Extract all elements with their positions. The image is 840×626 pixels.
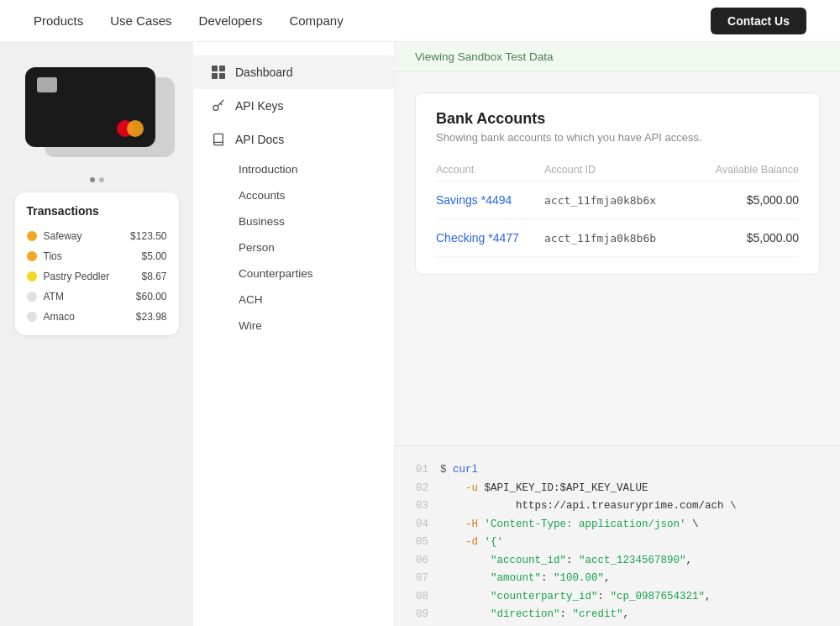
transaction-amount: $5.00 — [141, 250, 166, 262]
nav-products[interactable]: Products — [34, 13, 83, 28]
transaction-dot — [27, 312, 37, 322]
sidebar-item-api-keys[interactable]: API Keys — [193, 89, 394, 123]
card-indicators — [90, 177, 104, 182]
transaction-amount: $60.00 — [136, 291, 167, 302]
content-area: Viewing Sandbox Test Data Bank Accounts … — [395, 42, 840, 626]
nav-links: Products Use Cases Developers Company — [34, 13, 344, 28]
account-link-checking[interactable]: Checking *4477 — [436, 231, 519, 245]
transaction-name: Tios — [44, 250, 62, 262]
balance-checking: $5,000.00 — [690, 219, 799, 257]
bank-accounts-title: Bank Accounts — [436, 110, 799, 128]
transaction-amount: $8.67 — [141, 271, 166, 282]
sidebar-item-wire[interactable]: Wire — [193, 313, 394, 339]
phone-panel: Transactions Safeway $123.50 Tios $5.00 — [0, 42, 193, 626]
transaction-name: Amaco — [44, 311, 75, 323]
col-account-id: Account ID — [544, 159, 690, 181]
book-icon — [210, 131, 227, 148]
account-id-checking: acct_11fmja0k8b6b — [544, 232, 656, 245]
transaction-name: Safeway — [44, 230, 82, 242]
sidebar-label-dashboard: Dashboard — [235, 66, 293, 79]
transactions-title: Transactions — [27, 204, 167, 218]
account-id-savings: acct_11fmja0k8b6x — [544, 194, 656, 207]
code-block: 01 02 03 04 05 06 07 08 09 10 11 $ curl … — [395, 445, 840, 626]
card-chip — [37, 77, 57, 92]
grid-icon — [210, 64, 227, 81]
list-item: Tios $5.00 — [27, 246, 167, 266]
card-logos — [37, 120, 144, 137]
transaction-dot — [27, 251, 37, 261]
transaction-name: Pastry Peddler — [44, 271, 110, 282]
transaction-dot — [27, 292, 37, 302]
card-front — [25, 67, 155, 147]
sidebar-item-person[interactable]: Person — [193, 234, 394, 260]
contact-button[interactable]: Contact Us — [711, 8, 806, 34]
nav-developers[interactable]: Developers — [199, 13, 263, 28]
sidebar-label-api-keys: API Keys — [235, 99, 284, 113]
indicator-dot-1 — [90, 177, 95, 182]
transaction-dot — [27, 231, 37, 241]
list-item: Pastry Peddler $8.67 — [27, 266, 167, 287]
sidebar-item-accounts[interactable]: Accounts — [193, 182, 394, 208]
bank-accounts-card: Bank Accounts Showing bank accounts to w… — [415, 92, 820, 275]
sidebar-item-counterparties[interactable]: Counterparties — [193, 260, 394, 287]
transaction-amount: $23.98 — [136, 311, 167, 323]
svg-point-0 — [213, 105, 218, 110]
indicator-dot-2 — [99, 177, 104, 182]
nav-use-cases[interactable]: Use Cases — [110, 13, 171, 28]
transaction-dot — [27, 271, 37, 281]
card-stack — [25, 67, 168, 160]
transaction-amount: $123.50 — [130, 230, 166, 242]
sidebar-item-dashboard[interactable]: Dashboard — [193, 55, 394, 89]
col-account: Account — [436, 159, 544, 181]
col-balance: Available Balance — [690, 159, 799, 181]
balance-savings: $5,000.00 — [690, 181, 799, 219]
code-text: $ curl -u $API_KEY_ID:$API_KEY_VALUE htt… — [440, 461, 737, 626]
list-item: Amaco $23.98 — [27, 307, 167, 327]
table-row: Savings *4494 acct_11fmja0k8b6x $5,000.0… — [436, 181, 799, 219]
content-scroll: Viewing Sandbox Test Data Bank Accounts … — [395, 42, 840, 445]
key-icon — [210, 97, 227, 114]
list-item: ATM $60.00 — [27, 287, 167, 307]
code-content-row: 01 02 03 04 05 06 07 08 09 10 11 $ curl … — [395, 461, 840, 626]
sidebar-label-api-docs: API Docs — [235, 133, 284, 146]
sidebar-main-section: Dashboard API Keys — [193, 55, 394, 339]
navbar: Products Use Cases Developers Company Co… — [0, 0, 840, 42]
transactions-panel: Transactions Safeway $123.50 Tios $5.00 — [15, 192, 179, 335]
line-numbers: 01 02 03 04 05 06 07 08 09 10 11 — [405, 461, 428, 626]
sidebar: Dashboard API Keys — [193, 42, 395, 626]
table-row: Checking *4477 acct_11fmja0k8b6b $5,000.… — [436, 219, 799, 257]
transaction-name: ATM — [44, 291, 64, 302]
account-link-savings[interactable]: Savings *4494 — [436, 193, 512, 207]
nav-company[interactable]: Company — [289, 13, 343, 28]
sidebar-item-api-docs[interactable]: API Docs — [193, 123, 394, 156]
mastercard-right-circle — [127, 120, 144, 137]
list-item: Safeway $123.50 — [27, 226, 167, 246]
bank-accounts-subtitle: Showing bank accounts to which you have … — [436, 131, 799, 144]
accounts-table: Account Account ID Available Balance Sav… — [436, 159, 799, 257]
sandbox-banner: Viewing Sandbox Test Data — [395, 42, 840, 72]
sidebar-item-introduction[interactable]: Introduction — [193, 156, 394, 182]
sidebar-item-ach[interactable]: ACH — [193, 287, 394, 313]
sidebar-item-business[interactable]: Business — [193, 208, 394, 234]
